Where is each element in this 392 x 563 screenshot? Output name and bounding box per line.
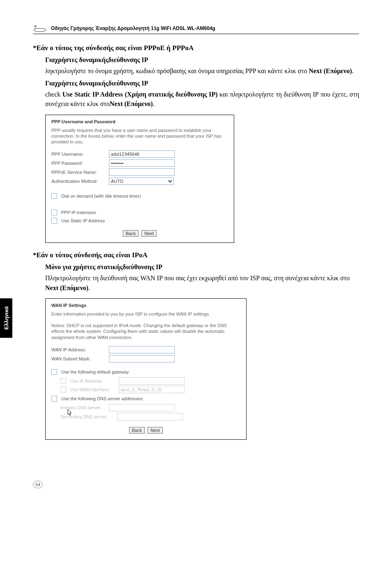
text: . [153, 100, 154, 107]
auth-method-label: Authentication Method: [51, 179, 109, 184]
text: Πληκτρολογήστε τη διεύθυνσή σας WAN IP π… [45, 275, 350, 282]
ppp-password-label: PPP Password: [51, 161, 109, 166]
text-bold: Next (Επόμενο) [110, 100, 153, 107]
ppp-ip-ext-checkbox[interactable] [51, 210, 57, 215]
screenshot-ppp: PPP Username and Password PPP usually re… [45, 115, 359, 243]
pppoe-service-input[interactable] [109, 168, 175, 176]
use-static-ip-label: Use Static IP Address [61, 218, 105, 223]
sc2-desc2: Notice: DHCP is not supported in IPoA mo… [51, 323, 240, 340]
next-button[interactable]: Next [148, 427, 163, 434]
use-wan-interface-label: Use WAN Interface: [70, 387, 119, 392]
use-wan-interface-input[interactable] [119, 386, 184, 393]
screenshot-wanip: WAN IP Settings Enter information provid… [45, 298, 359, 440]
text-bold: Next (Επόμενο) [309, 67, 352, 74]
section1-sub2: Γιαχρήστες δυναμικήςδιεύθυνσης ΙΡ [45, 80, 359, 87]
text: . [88, 284, 90, 291]
section1-para2: check Use Static IP Address (Χρήση στατι… [45, 90, 359, 108]
use-default-gw-checkbox[interactable] [51, 369, 57, 375]
wan-mask-label: WAN Subnet Mask: [51, 356, 109, 361]
use-default-gw-label: Use the following default gateway: [61, 369, 130, 374]
wan-mask-input[interactable] [109, 355, 175, 362]
header-title: Οδηγός Γρήγορης Έναρξης Δρομολογητή 11g … [51, 25, 215, 31]
sc1-desc: PPP usually requires that you have a use… [51, 127, 228, 145]
auth-method-select[interactable]: AUTO [109, 178, 174, 185]
section2-para1: Πληκτρολογήστε τη διεύθυνσή σας WAN IP π… [45, 273, 359, 292]
text-bold: Use Static IP Address (Χρήση στατικής δι… [62, 91, 218, 98]
text-bold: Next (Επόμενο) [45, 284, 88, 291]
use-ip-address-checkbox[interactable] [60, 378, 66, 384]
text: check [45, 91, 62, 98]
dial-on-demand-label: Dial on demand (with idle timeout timer) [61, 194, 141, 198]
next-button[interactable]: Next [141, 230, 157, 237]
sc2-desc1: Enter information provided to you by you… [51, 311, 240, 317]
secondary-dns-input[interactable] [117, 413, 183, 420]
text: ληκτρολογήστε το όνομα χρήστη, κωδικό πρ… [45, 67, 309, 74]
use-dns-label: Use the following DNS server addresses: [61, 396, 144, 401]
language-tab: Ελληνικά [0, 298, 12, 338]
section1-para1: ληκτρολογήστε το όνομα χρήστη, κωδικό πρ… [45, 66, 359, 76]
section2-sub1: Μόνο για χρήστες στατικήςδιεύθυνσης ΙΡ [45, 263, 359, 271]
router-icon [33, 25, 47, 32]
header-bar: Οδηγός Γρήγορης Έναρξης Δρομολογητή 11g … [33, 25, 359, 34]
wan-ip-input[interactable] [109, 346, 175, 353]
use-ip-address-label: Use IP Address: [70, 378, 119, 383]
back-button[interactable]: Back [129, 427, 145, 434]
use-ip-address-input[interactable] [119, 377, 184, 385]
sc1-title: PPP Username and Password [51, 119, 228, 124]
ppp-password-input[interactable] [109, 159, 175, 167]
svg-point-0 [34, 28, 46, 32]
primary-dns-input[interactable] [109, 404, 175, 411]
primary-dns-label: Primary DNS server: [60, 405, 109, 410]
secondary-dns-label: Secondary DNS server: [60, 414, 117, 419]
use-wan-interface-checkbox[interactable] [60, 387, 66, 392]
back-button[interactable]: Back [123, 230, 138, 237]
dial-on-demand-checkbox[interactable] [51, 193, 57, 199]
section1-sub1: Γιαχρήστες δυναμικήςδιεύθυνσης ΙΡ [45, 56, 359, 64]
ppp-username-input[interactable] [109, 150, 175, 158]
page-number: 54 [33, 481, 43, 488]
text: . [352, 67, 354, 74]
use-static-ip-checkbox[interactable] [51, 218, 57, 224]
use-dns-checkbox[interactable] [51, 396, 57, 401]
sc2-title: WAN IP Settings [51, 303, 240, 308]
ppp-username-label: PPP Username: [51, 152, 109, 157]
section2-heading: *Εάν ο τύπος σύνδεσής σας είναι IPoA [33, 251, 359, 259]
ppp-ip-ext-label: PPP IP extension [61, 210, 96, 215]
section1-heading: *Εάν ο τύπος της σύνδεσής σας είναι PPPo… [33, 44, 359, 52]
pppoe-service-label: PPPoE Service Name: [51, 170, 109, 175]
wan-ip-label: WAN IP Address: [51, 347, 109, 352]
